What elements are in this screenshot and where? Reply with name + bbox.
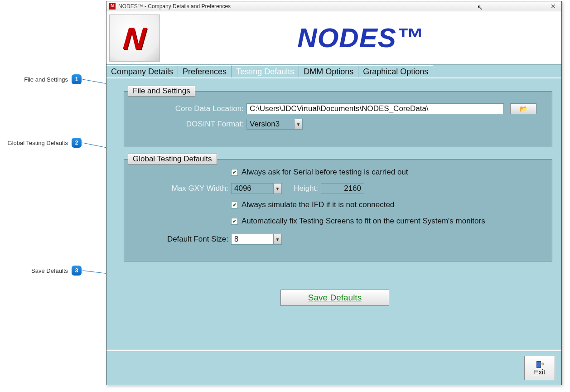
checkbox-ask-serial[interactable]: ✔ xyxy=(231,169,238,176)
input-height[interactable]: 2160 xyxy=(321,183,364,194)
combo-font-size-value: 8 xyxy=(232,235,273,244)
chevron-down-icon[interactable]: ▼ xyxy=(273,234,281,244)
close-button[interactable]: ✕ xyxy=(548,3,559,10)
tab-graphical-options[interactable]: Graphical Options xyxy=(358,65,433,77)
browse-button[interactable]: 📂 xyxy=(510,103,536,114)
tab-testing-defaults[interactable]: Testing Defaults xyxy=(232,65,299,77)
label-auto-fix: Automatically fix Testing Screens to fit… xyxy=(242,217,485,226)
combo-dosint-value: Version3 xyxy=(247,120,294,129)
legend-global-testing-defaults: Global Testing Defaults xyxy=(128,154,217,165)
group-file-and-settings: File and Settings Core Data Location: C:… xyxy=(124,91,552,147)
label-core-data-location: Core Data Location: xyxy=(142,104,246,113)
tab-company-details[interactable]: Company Details xyxy=(106,65,178,77)
save-defaults-button[interactable]: Save Defaults xyxy=(280,290,389,306)
workarea: File and Settings Core Data Location: C:… xyxy=(106,77,561,350)
tab-preferences[interactable]: Preferences xyxy=(178,65,232,77)
input-core-data-location[interactable]: C:\Users\JDCVirtual\Documents\NODES_Core… xyxy=(246,103,504,114)
label-default-font-size: Default Font Size: xyxy=(163,235,231,244)
callout-label-3: Save Defaults xyxy=(5,267,68,274)
tab-strip: Company Details Preferences Testing Defa… xyxy=(106,65,561,77)
chevron-down-icon[interactable]: ▼ xyxy=(294,119,302,129)
app-icon xyxy=(109,3,116,10)
checkbox-auto-fix[interactable]: ✔ xyxy=(231,218,238,225)
tab-dmm-options[interactable]: DMM Options xyxy=(299,65,358,77)
checkbox-simulate-ifd[interactable]: ✔ xyxy=(231,202,238,208)
legend-file-and-settings: File and Settings xyxy=(128,86,195,97)
callout-badge-2: 2 xyxy=(72,138,82,148)
brand-title: NODES™ xyxy=(297,22,424,53)
combo-max-gxy-width[interactable]: 4096 ▼ xyxy=(231,183,282,194)
combo-default-font-size[interactable]: 8 ▼ xyxy=(231,234,282,245)
callout-badge-1: 1 xyxy=(72,74,82,84)
nodes-logo-icon: N xyxy=(109,15,160,62)
label-simulate-ifd: Always simulate the IFD if it is not con… xyxy=(242,200,394,209)
label-max-gxy-width: Max GXY Width: xyxy=(160,184,231,193)
label-dosint-format: DOSINT Format: xyxy=(142,120,246,129)
callout-label-1: File and Settings xyxy=(5,76,68,83)
exit-button[interactable]: Exit xyxy=(524,356,555,380)
exit-icon xyxy=(536,361,544,368)
combo-max-gxy-value: 4096 xyxy=(232,184,273,193)
callout-badge-3: 3 xyxy=(72,266,82,276)
callout-label-2: Global Testing Defaults xyxy=(5,140,68,146)
group-global-testing-defaults: Global Testing Defaults ✔ Always ask for… xyxy=(124,159,552,261)
window-title: NODES™ - Company Details and Preferences xyxy=(118,3,231,10)
titlebar[interactable]: NODES™ - Company Details and Preferences… xyxy=(106,1,561,11)
label-ask-serial: Always ask for Serial before testing is … xyxy=(242,168,408,177)
footer: Exit xyxy=(106,350,561,385)
banner: N NODES™ xyxy=(106,11,561,65)
label-height: Height: xyxy=(282,184,321,193)
folder-open-icon: 📂 xyxy=(520,105,527,112)
app-window: NODES™ - Company Details and Preferences… xyxy=(106,1,562,385)
chevron-down-icon[interactable]: ▼ xyxy=(273,184,281,194)
save-defaults-label: Save Defaults xyxy=(308,293,362,303)
combo-dosint-format[interactable]: Version3 ▼ xyxy=(246,119,303,130)
